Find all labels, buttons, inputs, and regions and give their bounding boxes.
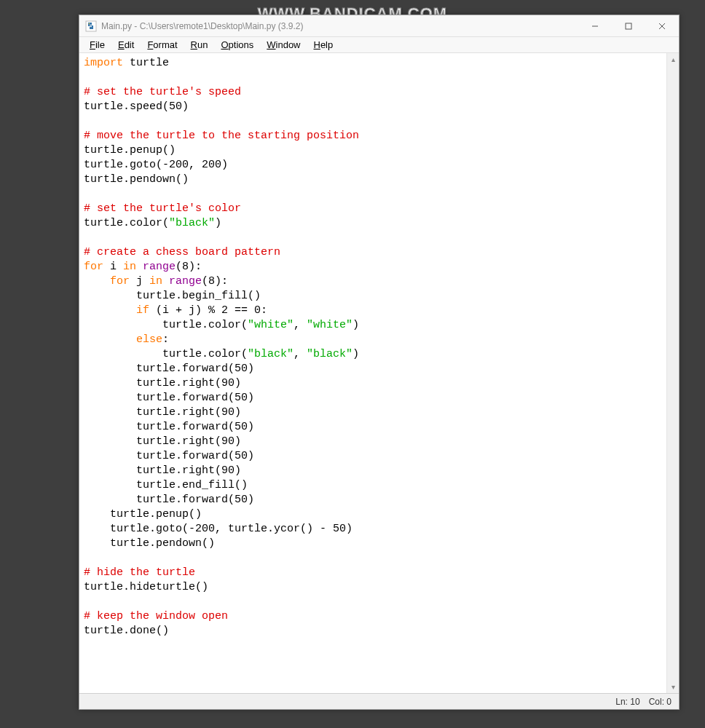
menu-edit[interactable]: Edit: [112, 38, 140, 52]
menu-window[interactable]: Window: [261, 38, 306, 52]
menu-run[interactable]: Run: [185, 38, 214, 52]
menu-file[interactable]: File: [84, 38, 111, 52]
code-editor[interactable]: import turtle # set the turtle's speed t…: [79, 53, 666, 693]
scroll-up-icon[interactable]: ▴: [667, 53, 679, 66]
close-button[interactable]: [645, 15, 679, 37]
editor-area: import turtle # set the turtle's speed t…: [79, 53, 679, 693]
status-col: Col: 0: [649, 697, 671, 707]
idle-window: Main.py - C:\Users\remote1\Desktop\Main.…: [79, 15, 680, 710]
menu-format[interactable]: Format: [141, 38, 183, 52]
menubar: File Edit Format Run Options Window Help: [79, 37, 679, 53]
titlebar[interactable]: Main.py - C:\Users\remote1\Desktop\Main.…: [79, 15, 679, 37]
menu-options[interactable]: Options: [215, 38, 259, 52]
vertical-scrollbar[interactable]: ▴ ▾: [666, 53, 679, 693]
python-icon: [85, 20, 97, 32]
scroll-down-icon[interactable]: ▾: [667, 681, 679, 693]
svg-point-1: [89, 23, 90, 24]
minimize-button[interactable]: [578, 15, 612, 37]
svg-rect-3: [626, 23, 631, 29]
maximize-button[interactable]: [612, 15, 645, 37]
window-title: Main.py - C:\Users\remote1\Desktop\Main.…: [101, 21, 303, 31]
menu-help[interactable]: Help: [308, 38, 339, 52]
status-line: Ln: 10: [615, 697, 639, 707]
statusbar: Ln: 10 Col: 0: [79, 693, 679, 709]
